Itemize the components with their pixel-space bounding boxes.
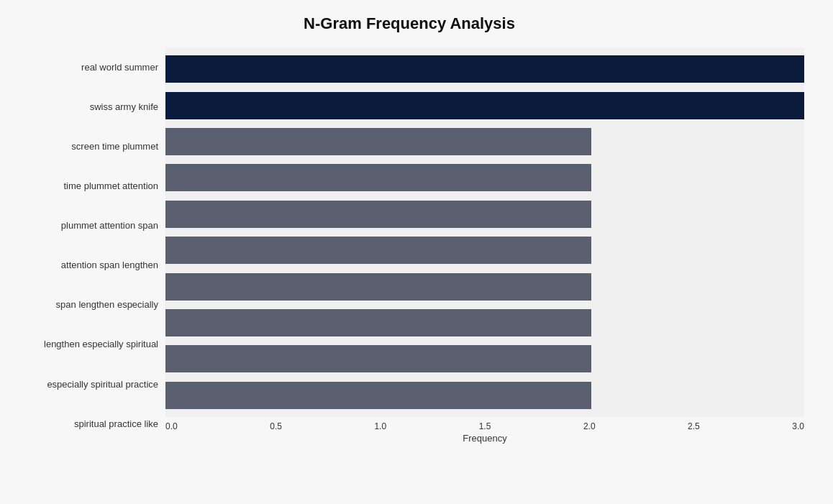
bar: [165, 55, 804, 83]
bar: [165, 345, 591, 372]
bar-row: [165, 160, 804, 196]
chart-container: N-Gram Frequency Analysis real world sum…: [0, 0, 833, 504]
bar: [165, 128, 591, 155]
y-label: lengthen especially spiritual: [14, 325, 158, 365]
x-tick-label: 2.0: [583, 421, 596, 431]
x-tick-label: 3.0: [792, 421, 804, 431]
x-tick-label: 0.5: [270, 421, 282, 431]
bar-row: [165, 268, 804, 304]
bar: [165, 237, 591, 264]
y-label: screen time plummet: [14, 127, 158, 166]
bar-row: [165, 87, 804, 123]
chart-title: N-Gram Frequency Analysis: [14, 14, 804, 33]
bar: [165, 309, 591, 336]
bar: [165, 382, 591, 409]
y-label: swiss army knife: [14, 87, 158, 127]
y-label: real world summer: [14, 47, 158, 87]
bar-row: [165, 51, 804, 87]
x-tick-label: 2.5: [688, 421, 700, 431]
y-label: attention span lengthen: [14, 245, 158, 285]
bar-row: [165, 124, 804, 160]
y-label: spiritual practice like: [14, 404, 158, 444]
bar: [165, 164, 591, 191]
bar-row: [165, 232, 804, 268]
bar-row: [165, 377, 804, 413]
bar: [165, 273, 591, 301]
x-tick-label: 0.0: [165, 421, 178, 431]
x-tick-label: 1.5: [479, 421, 491, 431]
y-label: time plummet attention: [14, 166, 158, 206]
bar-row: [165, 196, 804, 232]
bars-wrapper: [165, 47, 804, 417]
y-axis-labels: real world summerswiss army knifescreen …: [14, 47, 165, 444]
bar-row: [165, 341, 804, 377]
x-ticks: 0.00.51.01.52.02.53.0: [165, 417, 804, 433]
y-label: plummet attention span: [14, 206, 158, 245]
y-label: span lengthen especially: [14, 285, 158, 325]
x-tick-label: 1.0: [374, 421, 386, 431]
x-axis-label: Frequency: [165, 433, 804, 444]
bar-row: [165, 305, 804, 341]
bar: [165, 92, 804, 119]
bar: [165, 201, 591, 228]
y-label: especially spiritual practice: [14, 365, 158, 404]
